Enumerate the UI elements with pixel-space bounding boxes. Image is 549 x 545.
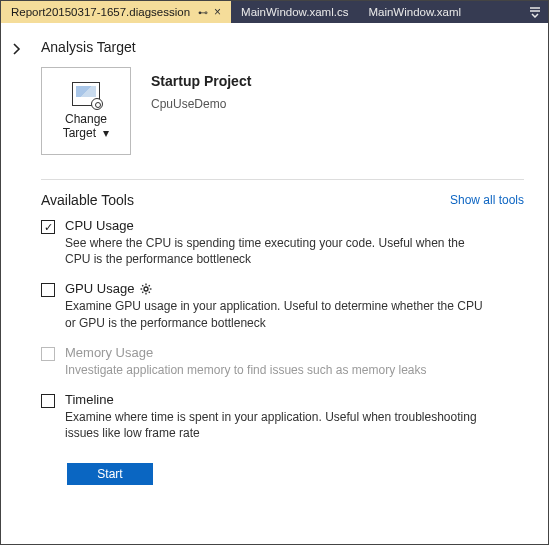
- tab-diagsession[interactable]: Report20150317-1657.diagsession ⊷ ×: [1, 1, 231, 23]
- svg-line-8: [143, 292, 144, 293]
- tab-overflow-menu[interactable]: [522, 1, 548, 23]
- tool-checkbox: [41, 347, 55, 361]
- startup-project-heading: Startup Project: [151, 73, 251, 89]
- svg-line-7: [149, 285, 150, 286]
- tool-row: CPU UsageSee where the CPU is spending t…: [41, 218, 524, 267]
- tool-row: GPU UsageExamine GPU usage in your appli…: [41, 281, 524, 330]
- tool-checkbox[interactable]: [41, 220, 55, 234]
- tool-name: GPU Usage: [65, 281, 485, 296]
- pin-icon[interactable]: ⊷: [198, 7, 208, 18]
- main-panel: Analysis Target Change Target ▾ Startup …: [1, 23, 548, 501]
- change-target-label-l2: Target: [63, 126, 96, 140]
- divider: [41, 179, 524, 180]
- gear-icon[interactable]: [140, 283, 152, 295]
- target-image-icon: [72, 82, 100, 106]
- svg-point-0: [144, 287, 148, 291]
- tool-checkbox[interactable]: [41, 283, 55, 297]
- tool-row: TimelineExamine where time is spent in y…: [41, 392, 524, 441]
- collapse-toggle[interactable]: [11, 39, 27, 485]
- change-target-label-l1: Change: [65, 112, 107, 126]
- gear-icon: [91, 98, 103, 110]
- available-tools-heading: Available Tools: [41, 192, 134, 208]
- tab-label: MainWindow.xaml.cs: [241, 6, 348, 18]
- target-info: Startup Project CpuUseDemo: [151, 67, 251, 111]
- tab-mainwindow-cs[interactable]: MainWindow.xaml.cs: [231, 1, 358, 23]
- tool-description: See where the CPU is spending time execu…: [65, 235, 485, 267]
- chevron-down-icon: ▾: [103, 126, 109, 140]
- tool-row: Memory UsageInvestigate application memo…: [41, 345, 524, 378]
- analysis-target-title: Analysis Target: [41, 39, 524, 55]
- svg-line-5: [143, 285, 144, 286]
- svg-line-6: [149, 292, 150, 293]
- tool-name: Memory Usage: [65, 345, 427, 360]
- tab-mainwindow-xaml[interactable]: MainWindow.xaml: [358, 1, 471, 23]
- tool-description: Examine where time is spent in your appl…: [65, 409, 485, 441]
- show-all-tools-link[interactable]: Show all tools: [450, 193, 524, 207]
- change-target-button[interactable]: Change Target ▾: [41, 67, 131, 155]
- tool-description: Investigate application memory to find i…: [65, 362, 427, 378]
- tools-list: CPU UsageSee where the CPU is spending t…: [41, 218, 524, 441]
- startup-project-value: CpuUseDemo: [151, 97, 251, 111]
- tab-label: Report20150317-1657.diagsession: [11, 6, 190, 18]
- tool-name: CPU Usage: [65, 218, 485, 233]
- tool-checkbox[interactable]: [41, 394, 55, 408]
- tab-label: MainWindow.xaml: [368, 6, 461, 18]
- tool-name: Timeline: [65, 392, 485, 407]
- close-icon[interactable]: ×: [214, 5, 221, 19]
- start-button[interactable]: Start: [67, 463, 153, 485]
- tabbar: Report20150317-1657.diagsession ⊷ × Main…: [1, 1, 548, 23]
- tool-description: Examine GPU usage in your application. U…: [65, 298, 485, 330]
